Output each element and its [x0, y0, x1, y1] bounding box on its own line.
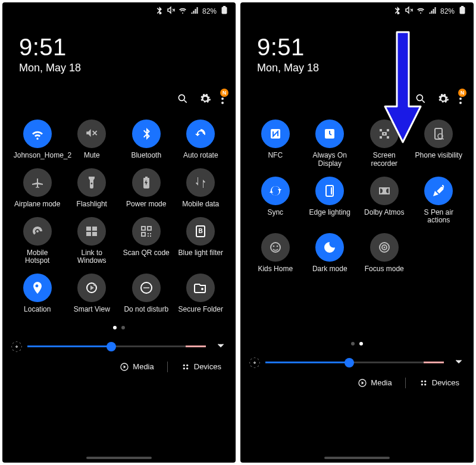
notification-badge: N	[220, 89, 228, 97]
media-button[interactable]: Media	[120, 362, 154, 372]
brightness-expand-button[interactable]	[450, 356, 464, 369]
tile-location[interactable]: Location	[11, 274, 64, 314]
settings-button[interactable]	[437, 92, 450, 105]
settings-button[interactable]	[199, 92, 212, 105]
tile-label: Johnson_Home_2	[14, 152, 61, 160]
tile-label: Mobile Hotspot	[14, 249, 61, 266]
tile-folder[interactable]: Secure Folder	[174, 274, 228, 314]
phone-left: 82% 9:51 Mon, May 18 N Johnson_Home_2Mut…	[2, 2, 236, 463]
bluetooth-icon	[132, 120, 161, 148]
tile-recorder[interactable]: Screen recorder	[358, 120, 411, 168]
tile-label: Dark mode	[312, 265, 347, 274]
focus-icon	[370, 233, 399, 262]
tile-label: Mute	[84, 152, 100, 160]
kids-icon	[261, 233, 290, 262]
home-indicator[interactable]	[86, 457, 152, 459]
signal-status-icon	[428, 6, 437, 16]
media-label: Media	[371, 378, 392, 387]
page-dot[interactable]	[351, 342, 355, 345]
tile-hotspot[interactable]: Mobile Hotspot	[11, 217, 64, 266]
tile-windows[interactable]: Link to Windows	[65, 217, 119, 266]
tile-darkmode[interactable]: Dark mode	[303, 233, 357, 274]
notification-badge: N	[458, 89, 466, 97]
tile-airplane[interactable]: Airplane mode	[11, 168, 64, 209]
brightness-slider[interactable]	[265, 362, 444, 363]
tile-label: Airplane mode	[14, 200, 60, 209]
wifi-status-icon	[416, 6, 425, 16]
tile-qr[interactable]: Scan QR code	[120, 217, 173, 266]
battery-icon	[132, 168, 161, 197]
tile-bluetooth[interactable]: Bluetooth	[120, 120, 173, 160]
flashlight-icon	[77, 168, 106, 197]
qr-icon	[132, 217, 161, 246]
tile-label: Location	[24, 306, 51, 314]
tile-spen[interactable]: S Pen air actions	[412, 177, 466, 225]
tile-battery[interactable]: Power mode	[120, 168, 173, 209]
clock-time: 9:51	[257, 34, 474, 61]
devices-label: Devices	[194, 362, 221, 371]
tile-wifi[interactable]: Johnson_Home_2	[11, 120, 64, 160]
folder-icon	[186, 274, 215, 302]
bluelight-icon	[186, 217, 215, 246]
visibility-icon	[424, 120, 453, 148]
tile-bluelight[interactable]: Blue light filter	[174, 217, 228, 266]
devices-button[interactable]: Devices	[419, 378, 459, 388]
signal-status-icon	[190, 6, 199, 16]
tile-label: Always On Display	[306, 152, 353, 168]
battery-status-icon	[220, 6, 228, 16]
tile-smartview[interactable]: Smart View	[65, 274, 119, 314]
windows-icon	[77, 217, 106, 246]
mute-status-icon	[167, 6, 175, 16]
media-button[interactable]: Media	[358, 378, 392, 388]
tile-label: Scan QR code	[123, 249, 170, 257]
battery-status-icon	[458, 6, 466, 16]
status-bar: 82%	[240, 2, 474, 16]
battery-text: 82%	[202, 7, 217, 15]
tile-kids[interactable]: Kids Home	[249, 233, 302, 274]
sync-icon	[261, 177, 290, 205]
mute-status-icon	[405, 6, 413, 16]
devices-button[interactable]: Devices	[181, 362, 221, 372]
nfc-icon	[261, 120, 290, 148]
edge-icon	[315, 177, 344, 205]
search-button[interactable]	[414, 92, 427, 105]
smartview-icon	[77, 274, 106, 302]
tile-label: Sync	[267, 209, 283, 217]
devices-label: Devices	[432, 378, 459, 387]
brightness-sun-icon	[12, 342, 21, 351]
airplane-icon	[23, 168, 52, 197]
tile-sync[interactable]: Sync	[249, 177, 302, 225]
bluetooth-status-icon	[393, 6, 401, 16]
clock-time: 9:51	[19, 34, 236, 61]
tile-edge[interactable]: Edge lighting	[303, 177, 357, 225]
home-indicator[interactable]	[324, 457, 390, 459]
page-dot[interactable]	[359, 342, 363, 345]
tile-nfc[interactable]: NFC	[249, 120, 302, 168]
wifi-icon	[23, 120, 52, 148]
clock-date: Mon, May 18	[19, 62, 236, 74]
page-dot[interactable]	[113, 326, 117, 329]
tile-label: NFC	[268, 152, 283, 160]
tile-label: Secure Folder	[178, 306, 223, 314]
tile-dolby[interactable]: Dolby Atmos	[358, 177, 411, 225]
brightness-expand-button[interactable]	[212, 340, 226, 353]
tile-flashlight[interactable]: Flashlight	[65, 168, 119, 209]
tile-focus[interactable]: Focus mode	[358, 233, 411, 274]
divider	[405, 378, 406, 388]
tile-label: Edge lighting	[309, 209, 350, 217]
media-label: Media	[133, 362, 154, 371]
tile-mute[interactable]: Mute	[65, 120, 119, 160]
quick-settings-grid-page-1: Johnson_Home_2MuteBluetoothAuto rotateAi…	[2, 110, 236, 314]
tile-dnd[interactable]: Do not disturb	[120, 274, 173, 314]
tile-data[interactable]: Mobile data	[174, 168, 228, 209]
recorder-icon	[370, 120, 399, 148]
data-icon	[186, 168, 215, 197]
page-dot[interactable]	[121, 326, 125, 329]
tile-rotate[interactable]: Auto rotate	[174, 120, 228, 160]
search-button[interactable]	[176, 92, 189, 105]
tile-label: Smart View	[74, 306, 110, 314]
tile-aod[interactable]: Always On Display	[303, 120, 357, 168]
brightness-slider[interactable]	[27, 345, 206, 347]
dnd-icon	[132, 274, 161, 302]
tile-visibility[interactable]: Phone visibility	[412, 120, 466, 168]
